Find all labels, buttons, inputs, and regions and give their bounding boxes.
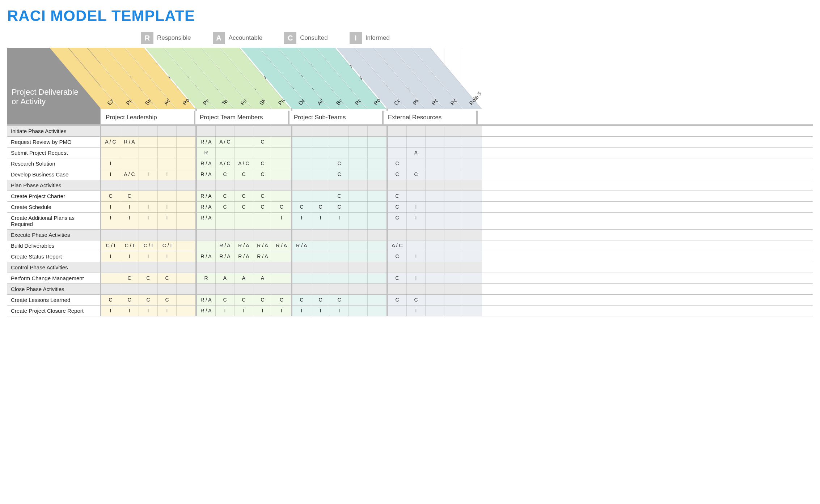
raci-cell <box>177 230 195 240</box>
cells-group: R / AR / AR / AR / A <box>197 240 292 251</box>
raci-cell <box>120 158 139 169</box>
raci-cell <box>463 137 482 147</box>
raci-cell <box>349 158 368 169</box>
raci-cell: I <box>139 169 158 180</box>
raci-cell: C <box>272 202 291 212</box>
cells-group: CI <box>388 202 482 212</box>
raci-cell <box>330 230 349 240</box>
raci-cell <box>311 284 330 294</box>
raci-cell <box>388 306 407 316</box>
cells-group <box>101 180 197 191</box>
raci-cell <box>177 251 195 262</box>
cells-group <box>197 126 292 136</box>
raci-cell <box>463 284 482 294</box>
raci-cell <box>101 273 120 283</box>
raci-cell <box>349 295 368 305</box>
raci-cell <box>120 262 139 273</box>
raci-cell: C <box>216 191 234 201</box>
raci-cell <box>407 240 426 251</box>
raci-cell <box>216 262 234 273</box>
raci-cell <box>426 251 444 262</box>
raci-cell <box>407 137 426 147</box>
raci-cell <box>101 126 120 136</box>
activity-label: Request Review by PMO <box>7 137 101 147</box>
raci-cell: I <box>120 202 139 212</box>
legend-label: Informed <box>365 34 390 42</box>
raci-cell <box>330 273 349 283</box>
cells-group: CI <box>388 273 482 283</box>
raci-cell <box>158 137 177 147</box>
raci-cell <box>216 284 234 294</box>
raci-cell <box>388 284 407 294</box>
raci-cell <box>463 169 482 180</box>
cells-group: C <box>292 191 388 201</box>
raci-cell: C <box>272 295 291 305</box>
raci-cell <box>349 148 368 158</box>
cells-group <box>388 230 482 240</box>
activity-row: Develop Business CaseIA / CIIR / ACCCCCC <box>7 169 813 180</box>
raci-cell: I <box>101 169 120 180</box>
raci-cell: R / A <box>120 137 139 147</box>
raci-cell <box>101 230 120 240</box>
raci-cell: C <box>253 202 272 212</box>
cells-group: C <box>292 169 388 180</box>
raci-cell: I <box>407 273 426 283</box>
activity-label: Control Phase Activities <box>7 262 101 273</box>
raci-cell: R <box>197 273 216 283</box>
raci-cell <box>368 213 386 229</box>
raci-cell <box>444 213 463 229</box>
raci-cell <box>101 148 120 158</box>
raci-cell <box>292 158 311 169</box>
raci-cell: I <box>101 306 120 316</box>
raci-cell <box>368 240 386 251</box>
raci-cell <box>177 169 195 180</box>
cells-group: III <box>292 306 388 316</box>
raci-cell: C <box>292 202 311 212</box>
raci-cell <box>158 126 177 136</box>
raci-cell <box>444 284 463 294</box>
activity-row: Perform Change ManagementCCCRAAACI <box>7 273 813 284</box>
cells-group <box>197 284 292 294</box>
raci-cell <box>426 262 444 273</box>
activity-label: Perform Change Management <box>7 273 101 283</box>
raci-cell <box>234 230 253 240</box>
cells-group <box>292 126 388 136</box>
raci-cell <box>177 295 195 305</box>
activity-label: Create Project Charter <box>7 191 101 201</box>
cells-group: R / AA / CA / CC <box>197 158 292 169</box>
raci-cell <box>444 262 463 273</box>
legend-item: IInformed <box>350 32 390 44</box>
raci-cell: C <box>253 158 272 169</box>
raci-cell: R / A <box>216 251 234 262</box>
raci-cell <box>368 202 386 212</box>
raci-cell <box>463 240 482 251</box>
raci-cell <box>197 240 216 251</box>
raci-cell <box>311 251 330 262</box>
raci-cell <box>368 284 386 294</box>
cells-group <box>101 284 197 294</box>
raci-cell: I <box>120 306 139 316</box>
raci-cell <box>368 251 386 262</box>
raci-cell <box>463 126 482 136</box>
cells-group: CC <box>388 169 482 180</box>
raci-cell <box>349 240 368 251</box>
raci-cell <box>444 202 463 212</box>
raci-cell: R / A <box>197 213 216 229</box>
cells-group: CCC <box>101 273 197 283</box>
raci-cell <box>349 306 368 316</box>
raci-cell <box>330 148 349 158</box>
raci-cell <box>388 126 407 136</box>
cells-group <box>292 262 388 273</box>
raci-cell: I <box>139 251 158 262</box>
raci-cell <box>197 230 216 240</box>
cells-group <box>292 230 388 240</box>
legend-item: AAccountable <box>213 32 263 44</box>
raci-cell <box>368 180 386 191</box>
raci-cell <box>272 137 291 147</box>
raci-cell <box>253 230 272 240</box>
activity-row: Create Project CharterCCR / ACCCCC <box>7 191 813 202</box>
activity-row: Build DeliverablesC / IC / IC / IC / IR … <box>7 240 813 251</box>
activity-row: Create Lessons LearnedCCCCR / ACCCCCCCCC <box>7 295 813 306</box>
raci-cell <box>158 284 177 294</box>
raci-cell <box>463 158 482 169</box>
